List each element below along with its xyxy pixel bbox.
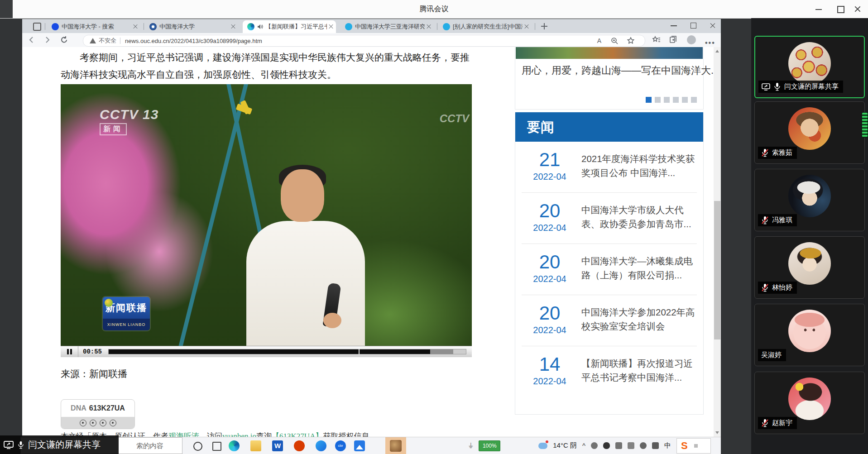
news-title[interactable]: 中国海洋大学—沐曦集成电路（上海）有限公司捐... bbox=[581, 254, 697, 282]
news-title[interactable]: 【新闻联播】再次报道习近平总书记考察中国海洋... bbox=[581, 356, 697, 384]
news-item[interactable]: 20 2022-04 中国海洋大学—沐曦集成电路（上海）有限公司捐... bbox=[522, 244, 697, 295]
dna-license-badge[interactable]: DNA 613K27UA bbox=[61, 399, 135, 429]
cortana-icon[interactable] bbox=[193, 442, 202, 451]
participant-tile[interactable]: 赵新宇 bbox=[754, 372, 865, 434]
bing-icon bbox=[52, 23, 59, 30]
tab-close-icon[interactable] bbox=[524, 24, 529, 29]
tab-grad-life-video[interactable]: [别人家的研究生生活]中国海洋大 bbox=[438, 20, 532, 33]
meeting-title-bar: 腾讯会议 bbox=[0, 0, 868, 19]
tray-mic-icon[interactable] bbox=[591, 442, 598, 449]
tray-app-icon[interactable] bbox=[615, 442, 622, 449]
screen-share-banner[interactable]: 闫文谦的屏幕共享 bbox=[0, 435, 119, 454]
active-app-tile[interactable] bbox=[385, 437, 406, 454]
read-aloud-icon[interactable]: A bbox=[597, 37, 601, 44]
office-icon[interactable] bbox=[294, 440, 305, 451]
carousel-image[interactable] bbox=[516, 47, 703, 59]
progress-played bbox=[109, 349, 430, 354]
ime-indicator[interactable]: 中 bbox=[664, 441, 671, 450]
app-icon[interactable] bbox=[316, 440, 326, 451]
news-item[interactable]: 14 2022-04 【新闻联播】再次报道习近平总书记考察中国海洋... bbox=[522, 346, 697, 397]
tab-news-article-active[interactable]: 【新闻联播】习近平总书记 bbox=[243, 20, 336, 33]
page-scrollbar[interactable] bbox=[714, 47, 721, 437]
news-day: 21 bbox=[528, 149, 571, 171]
scroll-down-icon[interactable] bbox=[715, 431, 719, 434]
mic-muted-icon bbox=[761, 419, 769, 427]
news-month: 2022-04 bbox=[528, 325, 571, 335]
participant-tile[interactable]: 冯雅琪 bbox=[754, 169, 865, 231]
task-view-icon[interactable] bbox=[212, 442, 221, 451]
carousel-caption[interactable]: 用心，用爱，跨越山海——写在中国海洋大... bbox=[522, 64, 714, 77]
tab-search-icon[interactable] bbox=[33, 23, 41, 31]
participant-tile[interactable]: 吴淑婷 bbox=[754, 304, 865, 366]
scrollbar-thumb[interactable] bbox=[714, 201, 720, 339]
video-player[interactable]: CCTV 13 新闻 CCTV 新闻联播 XINWEN LIANBO 00:55 bbox=[61, 84, 472, 357]
tab-close-icon[interactable] bbox=[231, 24, 235, 29]
meeting-title: 腾讯会议 bbox=[0, 0, 868, 18]
participant-tile[interactable]: 闫文谦的屏幕共享 bbox=[754, 36, 865, 98]
tab-bing-search[interactable]: 中国海洋大学 - 搜索 bbox=[47, 20, 140, 33]
weather-text[interactable]: 14°C 阴 bbox=[553, 441, 577, 450]
tab-close-icon[interactable] bbox=[427, 24, 431, 29]
news-title[interactable]: 2021年度海洋科学技术奖获奖项目公布 中国海洋... bbox=[581, 152, 697, 180]
news-day: 20 bbox=[528, 251, 571, 273]
more-menu-icon[interactable]: ••• bbox=[705, 39, 715, 47]
favorite-add-icon[interactable] bbox=[627, 37, 635, 45]
author-link[interactable]: 观海听涛 bbox=[168, 432, 199, 437]
mic-muted-icon bbox=[761, 283, 769, 292]
security-label: 不安全 bbox=[99, 37, 116, 45]
participant-tile[interactable]: 索雅茹 bbox=[754, 101, 865, 164]
favorites-bar-icon[interactable] bbox=[652, 36, 661, 44]
cloud-app-icon[interactable] bbox=[354, 440, 365, 451]
tab-ouc-home[interactable]: 中国海洋大学 bbox=[145, 20, 238, 33]
profile-avatar[interactable] bbox=[687, 35, 696, 44]
browser-close-button[interactable] bbox=[710, 23, 716, 29]
tab-close-icon[interactable] bbox=[329, 24, 333, 29]
carousel-dot[interactable] bbox=[691, 97, 697, 103]
news-item[interactable]: 20 2022-04 中国海洋大学市级人大代表、政协委员参加青岛市... bbox=[522, 193, 697, 244]
close-button[interactable] bbox=[847, 0, 868, 18]
news-title[interactable]: 中国海洋大学参加2022年高校实验室安全培训会 bbox=[581, 305, 697, 333]
file-explorer-icon[interactable] bbox=[250, 440, 261, 451]
code-link[interactable]: 【613K27UA】 bbox=[272, 432, 323, 437]
video-progress-bar[interactable] bbox=[108, 349, 466, 354]
browser-minimize-button[interactable] bbox=[671, 25, 677, 26]
scroll-up-icon[interactable] bbox=[715, 50, 719, 53]
new-tab-button[interactable] bbox=[541, 23, 547, 29]
tab-sanya-institute[interactable]: 中国海洋大学三亚海洋研究院_搜 bbox=[340, 20, 434, 33]
forward-icon[interactable] bbox=[43, 36, 51, 44]
carousel-dot[interactable] bbox=[673, 97, 679, 103]
zoom-icon[interactable] bbox=[610, 37, 619, 45]
volume-icon[interactable] bbox=[640, 442, 647, 449]
news-item[interactable]: 20 2022-04 中国海洋大学参加2022年高校实验室安全培训会 bbox=[522, 295, 697, 346]
qq-icon[interactable] bbox=[603, 442, 610, 449]
word-icon[interactable]: W bbox=[272, 440, 283, 451]
sogou-ime-bar[interactable]: S bbox=[676, 438, 711, 454]
collections-icon[interactable] bbox=[669, 36, 677, 44]
participant-tile[interactable]: 林怡婷 bbox=[754, 236, 865, 299]
back-icon[interactable] bbox=[28, 36, 36, 44]
news-item[interactable]: 21 2022-04 2021年度海洋科学技术奖获奖项目公布 中国海洋... bbox=[522, 142, 697, 193]
battery-indicator[interactable]: 100% bbox=[479, 440, 500, 451]
carousel-panel[interactable]: 用心，用爱，跨越山海——写在中国海洋大... bbox=[515, 47, 704, 110]
tray-display-icon[interactable] bbox=[628, 442, 634, 449]
participant-name: 赵新宇 bbox=[772, 419, 792, 427]
news-month: 2022-04 bbox=[528, 274, 571, 284]
browser-maximize-button[interactable] bbox=[691, 23, 696, 29]
refresh-icon[interactable] bbox=[60, 36, 68, 44]
network-icon[interactable] bbox=[652, 442, 659, 449]
carousel-dot[interactable] bbox=[664, 97, 670, 103]
minimize-button[interactable] bbox=[808, 0, 829, 18]
address-bar[interactable]: 不安全 news.ouc.edu.cn/2022/0413/c309a10899… bbox=[83, 35, 645, 47]
carousel-dot[interactable] bbox=[682, 97, 688, 103]
news-title[interactable]: 中国海洋大学市级人大代表、政协委员参加青岛市... bbox=[581, 203, 697, 231]
badge-globe-icon bbox=[105, 299, 113, 307]
cbr-app-icon[interactable]: cbr bbox=[335, 440, 346, 451]
hidden-icons-chevron[interactable]: ^ bbox=[582, 442, 585, 449]
edge-taskbar-icon[interactable] bbox=[229, 440, 240, 451]
carousel-dot[interactable] bbox=[655, 97, 661, 103]
yuanben-link[interactable]: yuanben.io bbox=[222, 432, 256, 437]
pause-button[interactable] bbox=[61, 346, 78, 357]
carousel-dot[interactable] bbox=[646, 97, 652, 103]
participant-scroll-indicator[interactable] bbox=[862, 112, 868, 138]
tab-close-icon[interactable] bbox=[133, 24, 138, 29]
